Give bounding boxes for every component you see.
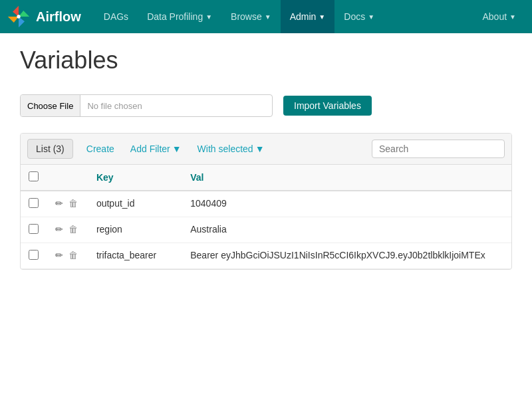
row-checkbox[interactable] <box>29 224 39 234</box>
variables-table: Key Val ✏ 🗑 output_id 1040409 <box>21 165 511 269</box>
choose-file-button[interactable]: Choose File <box>21 95 80 116</box>
nav-dags[interactable]: DAGs <box>94 0 138 33</box>
row-checkbox-cell <box>21 243 47 269</box>
row-checkbox[interactable] <box>29 198 39 208</box>
with-selected-dropdown[interactable]: With selected ▼ <box>190 140 273 158</box>
chevron-down-icon: ▼ <box>265 13 271 21</box>
table-row: ✏ 🗑 trifacta_bearer Bearer eyJhbGciOiJSU… <box>21 243 511 269</box>
select-all-checkbox[interactable] <box>29 171 39 181</box>
row-val: Australia <box>182 217 511 243</box>
chevron-down-icon: ▼ <box>368 13 374 21</box>
edit-icon[interactable]: ✏ <box>55 250 63 260</box>
nav-browse[interactable]: Browse ▼ <box>221 0 281 33</box>
add-filter-dropdown[interactable]: Add Filter ▼ <box>122 140 190 158</box>
header-action-col <box>47 165 88 191</box>
create-button[interactable]: Create <box>78 140 122 158</box>
row-actions: ✏ 🗑 <box>47 217 88 243</box>
file-name-label: No file chosen <box>80 101 148 111</box>
edit-icon[interactable]: ✏ <box>55 224 63 235</box>
delete-icon[interactable]: 🗑 <box>68 224 78 235</box>
table-toolbar: List (3) Create Add Filter ▼ With select… <box>21 134 511 165</box>
header-key: Key <box>88 165 182 191</box>
brand-name: Airflow <box>36 9 81 25</box>
row-actions: ✏ 🗑 <box>47 243 88 269</box>
nav-data-profiling[interactable]: Data Profiling ▼ <box>138 0 221 33</box>
svg-marker-1 <box>19 11 29 17</box>
svg-marker-3 <box>8 17 19 23</box>
table-row: ✏ 🗑 region Australia <box>21 217 511 243</box>
navbar: Airflow DAGs Data Profiling ▼ Browse ▼ A… <box>0 0 532 33</box>
brand-logo[interactable]: Airflow <box>7 5 81 29</box>
variables-table-container: List (3) Create Add Filter ▼ With select… <box>20 133 512 270</box>
nav-docs[interactable]: Docs ▼ <box>334 0 384 33</box>
row-key: output_id <box>88 191 182 217</box>
chevron-down-icon: ▼ <box>319 13 325 21</box>
table-row: ✏ 🗑 output_id 1040409 <box>21 191 511 217</box>
delete-icon[interactable]: 🗑 <box>68 198 78 209</box>
header-val: Val <box>182 165 511 191</box>
row-val: 1040409 <box>182 191 511 217</box>
chevron-down-icon: ▼ <box>205 13 212 21</box>
edit-icon[interactable]: ✏ <box>55 198 63 209</box>
svg-marker-0 <box>13 6 19 17</box>
header-checkbox-col <box>21 165 47 191</box>
main-content: Variables Choose File No file chosen Imp… <box>0 33 532 283</box>
chevron-down-icon: ▼ <box>255 144 265 154</box>
nav-about[interactable]: About ▼ <box>473 0 526 33</box>
file-upload-row: Choose File No file chosen Import Variab… <box>20 94 512 117</box>
svg-marker-2 <box>19 17 25 27</box>
row-checkbox[interactable] <box>29 250 39 260</box>
chevron-down-icon: ▼ <box>509 13 516 21</box>
svg-point-4 <box>17 15 20 18</box>
table-header-row: Key Val <box>21 165 511 191</box>
list-count: List (3) <box>27 139 73 159</box>
row-actions: ✏ 🗑 <box>47 191 88 217</box>
chevron-down-icon: ▼ <box>172 144 182 154</box>
row-checkbox-cell <box>21 217 47 243</box>
search-input[interactable] <box>372 140 505 158</box>
file-input-wrapper: Choose File No file chosen <box>20 94 273 117</box>
nav-admin[interactable]: Admin ▼ <box>281 0 335 33</box>
page-title: Variables <box>20 47 512 74</box>
delete-icon[interactable]: 🗑 <box>68 250 78 260</box>
import-variables-button[interactable]: Import Variables <box>283 96 372 116</box>
row-key: region <box>88 217 182 243</box>
row-val: Bearer eyJhbGciOiJSUzI1NiIsInR5cCI6IkpXV… <box>182 243 511 269</box>
row-key: trifacta_bearer <box>88 243 182 269</box>
row-checkbox-cell <box>21 191 47 217</box>
airflow-logo <box>7 5 31 29</box>
